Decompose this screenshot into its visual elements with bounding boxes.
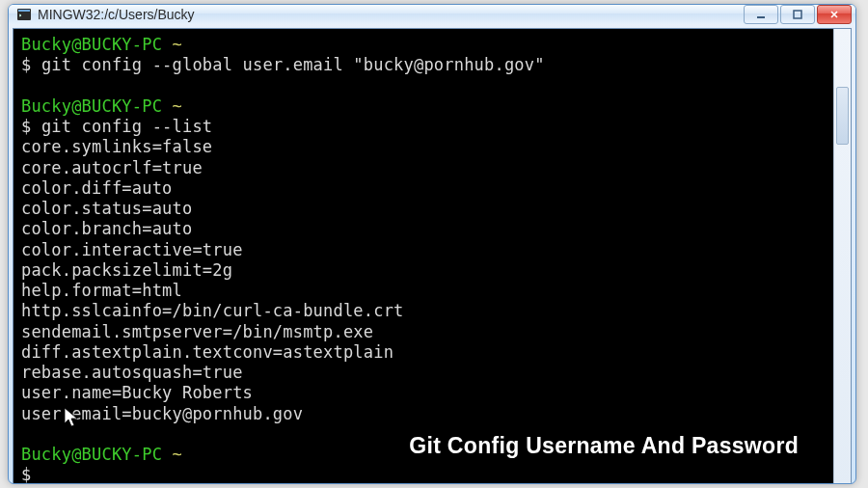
- terminal-icon: [16, 7, 32, 22]
- caption-overlay: Git Config Username And Password: [409, 433, 799, 459]
- prompt-path: ~: [173, 445, 182, 464]
- prompt-user-host: Bucky@BUCKY-PC: [21, 445, 162, 464]
- output-line: core.autocrlf=true: [21, 158, 203, 177]
- close-button[interactable]: [817, 5, 852, 24]
- client-area: Bucky@BUCKY-PC ~ $ git config --global u…: [13, 28, 852, 484]
- minimize-button[interactable]: [744, 5, 778, 24]
- titlebar[interactable]: MINGW32:/c/Users/Bucky: [9, 5, 855, 24]
- svg-rect-1: [18, 10, 30, 12]
- output-line: core.symlinks=false: [21, 137, 212, 156]
- prompt-user-host: Bucky@BUCKY-PC: [21, 35, 162, 54]
- prompt-path: ~: [173, 96, 182, 116]
- prompt-symbol: $: [21, 117, 31, 136]
- prompt-path: ~: [173, 35, 182, 54]
- output-line: http.sslcainfo=/bin/curl-ca-bundle.crt: [21, 301, 404, 320]
- command-text: git config --list: [41, 117, 212, 136]
- svg-rect-3: [794, 11, 801, 18]
- output-line: color.branch=auto: [21, 219, 192, 238]
- output-line: user.email=bucky@pornhub.gov: [21, 404, 303, 423]
- terminal-wrap: Bucky@BUCKY-PC ~ $ git config --global u…: [14, 29, 851, 484]
- vertical-scrollbar-thumb[interactable]: [836, 87, 849, 145]
- output-line: sendemail.smtpserver=/bin/msmtp.exe: [21, 322, 373, 341]
- app-window: MINGW32:/c/Users/Bucky Bucky@BUCKY-PC ~ …: [8, 4, 856, 484]
- output-line: help.format=html: [21, 281, 182, 300]
- window-title: MINGW32:/c/Users/Bucky: [38, 7, 742, 22]
- output-line: diff.astextplain.textconv=astextplain: [21, 342, 393, 362]
- window-controls: [742, 5, 852, 24]
- prompt-symbol: $: [21, 55, 31, 74]
- maximize-button[interactable]: [780, 5, 815, 24]
- output-line: color.interactive=true: [21, 240, 243, 259]
- output-line: rebase.autosquash=true: [21, 363, 243, 382]
- command-text: git config --global user.email "bucky@po…: [41, 55, 545, 74]
- svg-rect-2: [757, 16, 765, 18]
- output-line: color.status=auto: [21, 199, 192, 218]
- prompt-user-host: Bucky@BUCKY-PC: [21, 96, 162, 116]
- vertical-scrollbar[interactable]: [833, 29, 851, 484]
- prompt-symbol: $: [21, 465, 31, 484]
- terminal-output[interactable]: Bucky@BUCKY-PC ~ $ git config --global u…: [14, 29, 833, 484]
- output-line: pack.packsizelimit=2g: [21, 260, 232, 280]
- output-line: user.name=Bucky Roberts: [21, 383, 253, 402]
- output-line: color.diff=auto: [21, 178, 173, 198]
